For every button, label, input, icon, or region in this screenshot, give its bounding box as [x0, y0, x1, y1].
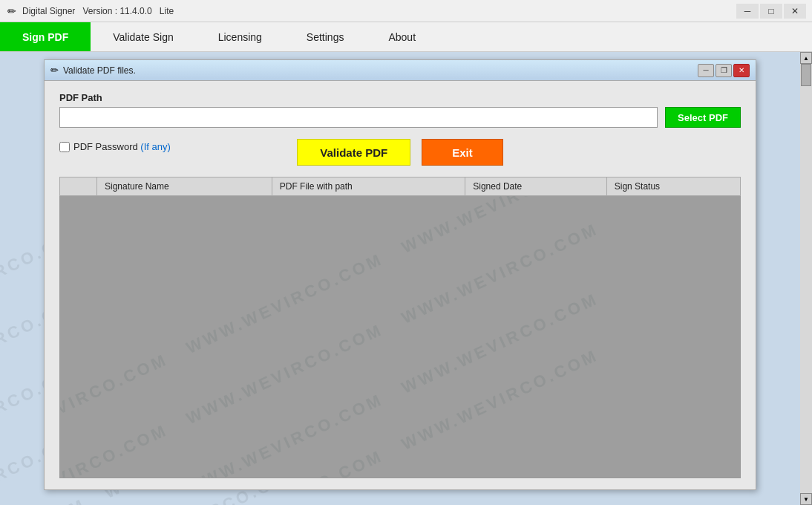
dialog-title: Validate PDF files. — [63, 65, 698, 76]
menu-settings[interactable]: Settings — [284, 22, 367, 51]
title-bar: ✏ Digital Signer Version : 11.4.0.0 Lite… — [0, 0, 812, 22]
dialog-close-button[interactable]: ✕ — [733, 64, 750, 77]
pdf-password-checkbox[interactable] — [59, 142, 70, 152]
pdf-path-group: PDF Path Select PDF — [59, 92, 741, 128]
menu-sign-pdf[interactable]: Sign PDF — [0, 22, 91, 51]
scroll-up-button[interactable]: ▲ — [800, 52, 812, 64]
col-sign-status: Sign Status — [606, 177, 740, 196]
app-edition: Lite — [160, 6, 174, 16]
validate-pdf-button[interactable]: Validate PDF — [297, 139, 410, 166]
path-row: Select PDF — [59, 107, 741, 128]
pdf-password-label: PDF Password (If any) — [73, 141, 171, 152]
menu-validate-sign[interactable]: Validate Sign — [91, 22, 195, 51]
dialog-controls: ─ ❐ ✕ — [698, 64, 750, 77]
col-num — [60, 177, 97, 196]
scrollbar-thumb[interactable] — [801, 64, 811, 86]
col-pdf-file: PDF File with path — [272, 177, 465, 196]
pdf-path-label: PDF Path — [59, 92, 741, 103]
menu-licensing[interactable]: Licensing — [196, 22, 284, 51]
dialog-minimize-button[interactable]: ─ — [698, 64, 714, 77]
exit-button[interactable]: Exit — [422, 139, 503, 166]
maximize-button[interactable]: □ — [760, 4, 782, 19]
main-content: WWW.WEVIRCO.COM WWW.WEVIRCO.COM WWW.WEVI… — [0, 52, 812, 505]
app-icon: ✏ — [6, 5, 18, 17]
scroll-down-button[interactable]: ▼ — [800, 493, 812, 505]
select-pdf-button[interactable]: Select PDF — [665, 107, 741, 128]
dialog-title-icon: ✏ — [50, 65, 59, 76]
pdf-path-input[interactable] — [59, 107, 658, 128]
dialog-body: PDF Path Select PDF PDF Password (If any… — [45, 81, 756, 489]
app-name: Digital Signer — [22, 6, 75, 16]
app-version: Version : 11.4.0.0 — [82, 6, 151, 16]
menu-about[interactable]: About — [366, 22, 438, 51]
results-table: Signature Name PDF File with path Signed… — [59, 177, 741, 478]
pdf-password-row: PDF Password (If any) — [59, 141, 297, 152]
scrollbar: ▲ ▼ — [800, 52, 812, 505]
validate-pdf-dialog: ✏ Validate PDF files. ─ ❐ ✕ PDF Path Sel… — [44, 59, 756, 490]
close-button[interactable]: ✕ — [784, 4, 806, 19]
window-controls: ─ □ ✕ — [736, 4, 806, 19]
menu-bar: Sign PDF Validate Sign Licensing Setting… — [0, 22, 812, 52]
col-signature-name: Signature Name — [97, 177, 272, 196]
col-signed-date: Signed Date — [465, 177, 606, 196]
dialog-maximize-button[interactable]: ❐ — [716, 64, 732, 77]
dialog-titlebar: ✏ Validate PDF files. ─ ❐ ✕ — [45, 60, 756, 81]
app-title: Digital Signer Version : 11.4.0.0 Lite — [22, 6, 736, 16]
table-body-row: WWW.WEVIRCO.COM WWW.WEVIRCO.COM WWW.WEVI… — [60, 196, 741, 478]
scrollbar-track[interactable] — [800, 64, 812, 493]
minimize-button[interactable]: ─ — [736, 4, 759, 19]
content-area: WWW.WEVIRCO.COM WWW.WEVIRCO.COM WWW.WEVI… — [0, 52, 800, 505]
